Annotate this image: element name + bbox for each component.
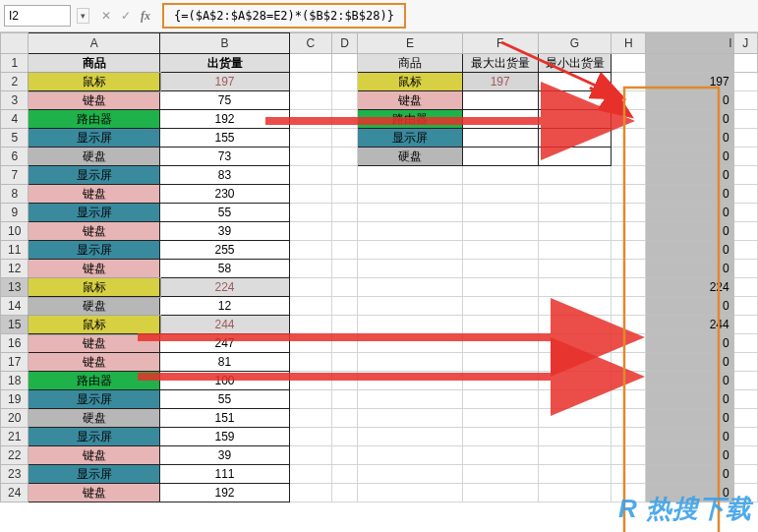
cell-E10[interactable]: [358, 222, 462, 241]
cell-H18[interactable]: [612, 372, 646, 390]
cell-A12[interactable]: 键盘: [29, 260, 160, 278]
cell-G9[interactable]: [538, 204, 612, 222]
cell-C22[interactable]: [289, 446, 331, 465]
row-header[interactable]: 7: [1, 166, 29, 185]
cell-B18[interactable]: 100: [160, 372, 290, 390]
cell-E14[interactable]: [358, 297, 462, 316]
cell-D4[interactable]: [332, 110, 358, 129]
cell-H16[interactable]: [612, 334, 646, 353]
cell-H10[interactable]: [612, 222, 646, 241]
row-header[interactable]: 4: [1, 110, 29, 129]
cell-A23[interactable]: 显示屏: [29, 465, 160, 484]
col-header-F[interactable]: F: [462, 33, 538, 54]
cell-A19[interactable]: 显示屏: [29, 390, 160, 409]
cell-E17[interactable]: [358, 353, 462, 372]
cell-J20[interactable]: [733, 409, 757, 428]
cell-G3[interactable]: [538, 91, 612, 110]
cell-A6[interactable]: 硬盘: [29, 148, 160, 166]
cell-E19[interactable]: [358, 390, 462, 409]
cell-G1[interactable]: 最小出货量: [538, 54, 612, 73]
cell-C17[interactable]: [289, 353, 331, 372]
sheet-row-16[interactable]: 16键盘2470: [1, 334, 758, 353]
cell-B15[interactable]: 244: [160, 316, 290, 334]
cell-G15[interactable]: [538, 316, 612, 334]
cell-I20[interactable]: 0: [646, 409, 734, 428]
cell-E18[interactable]: [358, 372, 462, 390]
cell-D18[interactable]: [332, 372, 358, 390]
cell-C12[interactable]: [289, 260, 331, 278]
cell-B13[interactable]: 224: [160, 278, 290, 297]
cell-G14[interactable]: [538, 297, 612, 316]
cell-G13[interactable]: [538, 278, 612, 297]
cell-B6[interactable]: 73: [160, 148, 290, 166]
cell-B21[interactable]: 159: [160, 428, 290, 446]
cell-A7[interactable]: 显示屏: [29, 166, 160, 185]
cell-C2[interactable]: [289, 73, 331, 91]
cell-G18[interactable]: [538, 372, 612, 390]
cell-F13[interactable]: [462, 278, 538, 297]
cell-J21[interactable]: [733, 428, 757, 446]
cell-I23[interactable]: 0: [646, 465, 734, 484]
cell-D16[interactable]: [332, 334, 358, 353]
row-header[interactable]: 22: [1, 446, 29, 465]
cell-H14[interactable]: [612, 297, 646, 316]
col-header-A[interactable]: A: [29, 33, 160, 54]
cell-C5[interactable]: [289, 129, 331, 148]
row-header[interactable]: 15: [1, 316, 29, 334]
cell-D20[interactable]: [332, 409, 358, 428]
cell-E23[interactable]: [358, 465, 462, 484]
cell-I15[interactable]: 244: [646, 316, 734, 334]
cell-F24[interactable]: [462, 484, 538, 502]
cell-F14[interactable]: [462, 297, 538, 316]
cell-E2[interactable]: 鼠标: [358, 73, 462, 91]
cell-C3[interactable]: [289, 91, 331, 110]
cell-F22[interactable]: [462, 446, 538, 465]
sheet-row-18[interactable]: 18路由器1000: [1, 372, 758, 390]
cell-H8[interactable]: [612, 185, 646, 204]
cell-D23[interactable]: [332, 465, 358, 484]
col-header-I[interactable]: I: [646, 33, 734, 54]
spreadsheet-grid[interactable]: ABCDEFGHIJ 1商品出货量商品最大出货量最小出货量2鼠标197鼠标197…: [0, 32, 758, 532]
sheet-row-2[interactable]: 2鼠标197鼠标197197: [1, 73, 758, 91]
cell-E15[interactable]: [358, 316, 462, 334]
cell-D3[interactable]: [332, 91, 358, 110]
cell-G11[interactable]: [538, 241, 612, 260]
cell-B22[interactable]: 39: [160, 446, 290, 465]
row-header[interactable]: 10: [1, 222, 29, 241]
col-header-D[interactable]: D: [332, 33, 358, 54]
cell-I3[interactable]: 0: [646, 91, 734, 110]
cell-E21[interactable]: [358, 428, 462, 446]
col-header-B[interactable]: B: [160, 33, 290, 54]
cell-I21[interactable]: 0: [646, 428, 734, 446]
cell-A20[interactable]: 硬盘: [29, 409, 160, 428]
sheet-row-22[interactable]: 22键盘390: [1, 446, 758, 465]
cell-C24[interactable]: [289, 484, 331, 502]
sheet-row-9[interactable]: 9显示屏550: [1, 204, 758, 222]
col-header-J[interactable]: J: [733, 33, 757, 54]
cell-D10[interactable]: [332, 222, 358, 241]
cell-A9[interactable]: 显示屏: [29, 204, 160, 222]
cell-B14[interactable]: 12: [160, 297, 290, 316]
cell-A18[interactable]: 路由器: [29, 372, 160, 390]
cell-B17[interactable]: 81: [160, 353, 290, 372]
cell-D5[interactable]: [332, 129, 358, 148]
cell-E6[interactable]: 硬盘: [358, 148, 462, 166]
cell-G20[interactable]: [538, 409, 612, 428]
cell-E12[interactable]: [358, 260, 462, 278]
cell-G7[interactable]: [538, 166, 612, 185]
cell-C15[interactable]: [289, 316, 331, 334]
cell-G4[interactable]: [538, 110, 612, 129]
cell-A4[interactable]: 路由器: [29, 110, 160, 129]
sheet-row-15[interactable]: 15鼠标244244: [1, 316, 758, 334]
cell-A15[interactable]: 鼠标: [29, 316, 160, 334]
formula-box[interactable]: {=($A$2:$A$28=E2)*($B$2:$B$28)}: [162, 3, 406, 29]
cell-G19[interactable]: [538, 390, 612, 409]
corner-cell[interactable]: [1, 33, 29, 54]
cell-E16[interactable]: [358, 334, 462, 353]
cell-B23[interactable]: 111: [160, 465, 290, 484]
cell-I4[interactable]: 0: [646, 110, 734, 129]
cell-J24[interactable]: [733, 484, 757, 502]
cell-J22[interactable]: [733, 446, 757, 465]
cell-B12[interactable]: 58: [160, 260, 290, 278]
cell-B10[interactable]: 39: [160, 222, 290, 241]
